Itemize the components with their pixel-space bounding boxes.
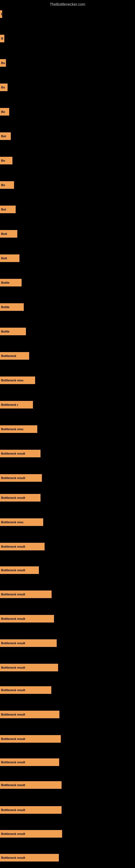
- bar-fill-33: Bottleneck result: [0, 806, 61, 814]
- bar-fill-12: Bottle: [0, 303, 24, 311]
- bar-row-27: Bottleneck result: [0, 664, 58, 671]
- bar-fill-8: Bot: [0, 206, 16, 213]
- bar-fill-4: Bo: [0, 108, 9, 116]
- bar-label-15: Bottleneck resu: [1, 379, 24, 382]
- bar-row-13: Bottle: [0, 328, 26, 335]
- bar-label-35: Bottleneck result: [1, 856, 25, 859]
- bar-fill-25: Bottleneck result: [0, 615, 54, 622]
- bar-label-20: Bottleneck result: [1, 496, 25, 499]
- bar-label-7: Bo: [1, 183, 5, 187]
- bar-label-0: B: [1, 12, 2, 16]
- bar-fill-10: Bott: [0, 254, 19, 262]
- bar-row-23: Bottleneck result: [0, 566, 39, 574]
- bar-fill-26: Bottleneck result: [0, 639, 57, 647]
- bar-fill-35: Bottleneck result: [0, 854, 59, 862]
- bar-fill-27: Bottleneck result: [0, 664, 58, 671]
- bar-label-11: Bottle: [1, 281, 9, 284]
- bar-fill-21: Bottleneck resu: [0, 518, 43, 526]
- bar-row-24: Bottleneck result: [0, 590, 52, 598]
- bar-row-12: Bottle: [0, 303, 24, 311]
- bar-row-7: Bo: [0, 181, 14, 189]
- bar-label-25: Bottleneck result: [1, 617, 25, 620]
- bar-fill-18: Bottleneck result: [0, 450, 41, 457]
- bar-row-28: Bottleneck result: [0, 686, 51, 694]
- bar-label-24: Bottleneck result: [1, 593, 25, 596]
- bar-label-28: Bottleneck result: [1, 688, 25, 692]
- bar-fill-2: Bo: [0, 59, 6, 67]
- bar-label-22: Bottleneck result: [1, 545, 25, 548]
- bar-label-13: Bottle: [1, 330, 9, 333]
- bar-fill-30: Bottleneck result: [0, 735, 61, 743]
- bar-row-14: Bottleneck: [0, 352, 29, 360]
- bar-fill-15: Bottleneck resu: [0, 376, 35, 384]
- bar-label-17: Bottleneck resu: [1, 428, 24, 431]
- bar-fill-17: Bottleneck resu: [0, 425, 37, 433]
- bar-row-3: Bo: [0, 84, 8, 91]
- bar-row-10: Bott: [0, 254, 19, 262]
- bar-label-32: Bottleneck result: [1, 783, 25, 786]
- bar-fill-9: Bott: [0, 230, 17, 238]
- bar-label-33: Bottleneck result: [1, 808, 25, 812]
- bar-fill-19: Bottleneck result: [0, 474, 42, 482]
- bar-fill-28: Bottleneck result: [0, 686, 51, 694]
- bar-label-6: Bo: [1, 159, 5, 162]
- bar-row-5: Bot: [0, 132, 11, 140]
- bar-row-8: Bot: [0, 206, 16, 213]
- bar-row-33: Bottleneck result: [0, 806, 61, 814]
- bar-row-35: Bottleneck result: [0, 854, 59, 862]
- bar-label-29: Bottleneck result: [1, 713, 25, 716]
- bar-fill-11: Bottle: [0, 279, 21, 286]
- bar-row-17: Bottleneck resu: [0, 425, 37, 433]
- bar-label-5: Bot: [1, 134, 6, 138]
- bar-fill-16: Bottleneck r: [0, 401, 33, 408]
- bar-fill-24: Bottleneck result: [0, 590, 52, 598]
- bar-label-2: Bo: [1, 61, 5, 65]
- site-title: TheBottlenecker.com: [0, 0, 135, 10]
- bar-row-18: Bottleneck result: [0, 450, 41, 457]
- bar-row-29: Bottleneck result: [0, 711, 59, 718]
- bar-fill-34: Bottleneck result: [0, 830, 62, 838]
- bar-fill-22: Bottleneck result: [0, 543, 45, 550]
- bar-row-22: Bottleneck result: [0, 543, 45, 550]
- bar-label-16: Bottleneck r: [1, 403, 18, 406]
- bar-label-27: Bottleneck result: [1, 666, 25, 669]
- bar-row-21: Bottleneck resu: [0, 518, 43, 526]
- bar-row-20: Bottleneck result: [0, 494, 41, 501]
- bar-label-1: B: [1, 37, 3, 40]
- bar-label-31: Bottleneck result: [1, 761, 25, 764]
- bar-fill-32: Bottleneck result: [0, 781, 61, 789]
- bar-label-18: Bottleneck result: [1, 452, 25, 455]
- bar-fill-20: Bottleneck result: [0, 494, 41, 501]
- bar-fill-23: Bottleneck result: [0, 566, 39, 574]
- bar-row-2: Bo: [0, 59, 6, 67]
- bar-label-23: Bottleneck result: [1, 568, 25, 572]
- bar-label-10: Bott: [1, 257, 7, 260]
- bar-fill-29: Bottleneck result: [0, 711, 59, 718]
- bar-row-1: B: [0, 35, 4, 42]
- bar-label-12: Bottle: [1, 305, 9, 309]
- bar-fill-6: Bo: [0, 157, 12, 164]
- bar-label-34: Bottleneck result: [1, 832, 25, 835]
- bar-row-32: Bottleneck result: [0, 781, 61, 789]
- bar-row-4: Bo: [0, 108, 9, 116]
- bar-label-26: Bottleneck result: [1, 642, 25, 645]
- bar-label-3: Bo: [1, 86, 5, 89]
- bar-fill-14: Bottleneck: [0, 352, 29, 360]
- bar-label-21: Bottleneck resu: [1, 521, 24, 524]
- bar-label-30: Bottleneck result: [1, 737, 25, 741]
- bar-row-19: Bottleneck result: [0, 474, 42, 482]
- bar-row-16: Bottleneck r: [0, 401, 33, 408]
- bar-row-25: Bottleneck result: [0, 615, 54, 622]
- bar-row-15: Bottleneck resu: [0, 376, 35, 384]
- bar-fill-0: B: [0, 10, 2, 18]
- bar-label-14: Bottleneck: [1, 354, 16, 358]
- bar-fill-31: Bottleneck result: [0, 758, 59, 766]
- bar-row-6: Bo: [0, 157, 12, 164]
- bar-label-8: Bot: [1, 208, 6, 211]
- bar-fill-1: B: [0, 35, 4, 42]
- bar-row-34: Bottleneck result: [0, 830, 62, 838]
- bar-row-30: Bottleneck result: [0, 735, 61, 743]
- bar-row-26: Bottleneck result: [0, 639, 57, 647]
- bar-row-11: Bottle: [0, 279, 21, 286]
- bar-fill-3: Bo: [0, 84, 8, 91]
